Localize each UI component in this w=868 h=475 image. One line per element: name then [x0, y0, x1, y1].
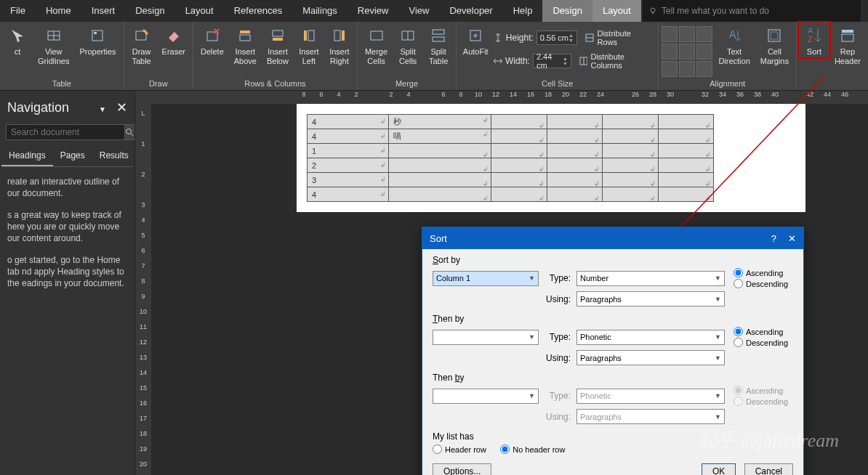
- sort-by-column-combo[interactable]: Column 1▼: [433, 271, 539, 286]
- merge-cells-button[interactable]: Merge Cells: [361, 23, 392, 66]
- distribute-cols-button[interactable]: Distribute Columns: [574, 51, 655, 71]
- cell-margins-button[interactable]: Cell Margins: [756, 23, 793, 66]
- then-by-2-using-combo[interactable]: Paragraphs▼: [576, 409, 725, 424]
- table-cell[interactable]: [491, 158, 547, 173]
- nav-tab-results[interactable]: Results: [92, 146, 135, 166]
- align-tc[interactable]: [679, 26, 695, 42]
- tell-me-search[interactable]: Tell me what you want to do: [643, 0, 861, 22]
- repeat-header-button[interactable]: Rep Header: [830, 23, 865, 66]
- align-tl[interactable]: [662, 26, 678, 42]
- table-cell[interactable]: [389, 187, 491, 202]
- align-ml[interactable]: [662, 44, 678, 60]
- table-cell[interactable]: [658, 187, 713, 202]
- nav-search-input[interactable]: [6, 124, 125, 140]
- select-button[interactable]: ct: [3, 23, 32, 57]
- delete-button[interactable]: Delete: [196, 23, 228, 57]
- table-cell[interactable]: [547, 173, 602, 187]
- sort-by-desc-radio[interactable]: Descending: [734, 279, 788, 288]
- align-mr[interactable]: [696, 44, 712, 60]
- distribute-rows-button[interactable]: Distribute Rows: [580, 28, 655, 48]
- then-by-1-type-combo[interactable]: Phonetic▼: [576, 330, 725, 345]
- then-by-1-column-combo[interactable]: ▼: [433, 330, 539, 345]
- nav-dropdown-icon[interactable]: ▼: [99, 105, 106, 113]
- table-cell[interactable]: 3: [308, 173, 389, 187]
- table-cell[interactable]: [389, 158, 491, 173]
- tab-mailings[interactable]: Mailings: [292, 0, 347, 22]
- document-table[interactable]: 4秒4喵1234: [307, 114, 714, 202]
- table-cell[interactable]: [491, 115, 547, 129]
- split-cells-button[interactable]: Split Cells: [393, 23, 422, 66]
- autofit-button[interactable]: AutoFit: [459, 23, 491, 57]
- nav-tab-headings[interactable]: Headings: [1, 146, 53, 166]
- tab-references[interactable]: References: [224, 0, 292, 22]
- table-cell[interactable]: [603, 129, 658, 144]
- dialog-help-icon[interactable]: ?: [771, 233, 776, 244]
- tab-review[interactable]: Review: [347, 0, 399, 22]
- table-cell[interactable]: [603, 158, 658, 173]
- ok-button[interactable]: OK: [702, 463, 736, 475]
- nav-close-icon[interactable]: ✕: [116, 100, 127, 115]
- width-input[interactable]: 2.44 cm▲▼: [533, 54, 571, 68]
- table-cell[interactable]: 秒: [389, 115, 491, 129]
- table-cell[interactable]: [658, 129, 713, 144]
- table-cell[interactable]: 4: [308, 115, 389, 129]
- tab-view[interactable]: View: [398, 0, 439, 22]
- align-bc[interactable]: [679, 61, 695, 77]
- split-table-button[interactable]: Split Table: [424, 23, 453, 66]
- table-cell[interactable]: [603, 187, 658, 202]
- then-by-1-asc-radio[interactable]: Ascending: [734, 327, 788, 336]
- table-cell[interactable]: [658, 144, 713, 158]
- tab-table-design[interactable]: Design: [542, 0, 592, 22]
- options-button[interactable]: Options...: [433, 463, 491, 475]
- tab-help[interactable]: Help: [503, 0, 543, 22]
- insert-left-button[interactable]: Insert Left: [294, 23, 324, 66]
- table-cell[interactable]: 4: [308, 187, 389, 202]
- table-cell[interactable]: [547, 158, 602, 173]
- nav-search-button[interactable]: ▾: [125, 124, 135, 140]
- insert-above-button[interactable]: Insert Above: [230, 23, 261, 66]
- dialog-close-icon[interactable]: ✕: [788, 233, 796, 244]
- text-direction-button[interactable]: AText Direction: [714, 23, 754, 66]
- table-cell[interactable]: [389, 173, 491, 187]
- insert-below-button[interactable]: Insert Below: [262, 23, 293, 66]
- align-tr[interactable]: [696, 26, 712, 42]
- align-bl[interactable]: [662, 61, 678, 77]
- table-cell[interactable]: 4: [308, 129, 389, 144]
- draw-table-button[interactable]: Draw Table: [127, 23, 156, 66]
- sort-by-type-combo[interactable]: Number▼: [576, 271, 725, 286]
- table-cell[interactable]: [547, 144, 602, 158]
- sort-button[interactable]: AZSort: [800, 23, 829, 57]
- table-cell[interactable]: [547, 187, 602, 202]
- cancel-button[interactable]: Cancel: [744, 463, 793, 475]
- table-cell[interactable]: [658, 158, 713, 173]
- tab-developer[interactable]: Developer: [439, 0, 502, 22]
- then-by-1-using-combo[interactable]: Paragraphs▼: [576, 350, 725, 365]
- table-cell[interactable]: [491, 144, 547, 158]
- tab-table-layout[interactable]: Layout: [592, 0, 641, 22]
- tab-design[interactable]: Design: [125, 0, 174, 22]
- tab-file[interactable]: File: [0, 0, 36, 22]
- header-row-radio[interactable]: Header row: [433, 444, 486, 454]
- sort-by-asc-radio[interactable]: Ascending: [734, 268, 788, 277]
- tab-insert[interactable]: Insert: [81, 0, 126, 22]
- view-gridlines-button[interactable]: View Gridlines: [33, 23, 73, 66]
- table-cell[interactable]: [547, 129, 602, 144]
- table-cell[interactable]: [658, 115, 713, 129]
- nav-tab-pages[interactable]: Pages: [53, 146, 92, 166]
- align-br[interactable]: [696, 61, 712, 77]
- then-by-2-column-combo[interactable]: ▼: [433, 389, 539, 404]
- table-cell[interactable]: [491, 187, 547, 202]
- table-cell[interactable]: [491, 129, 547, 144]
- then-by-2-type-combo[interactable]: Phonetic▼: [576, 389, 725, 404]
- align-mc[interactable]: [679, 44, 695, 60]
- table-cell[interactable]: [603, 115, 658, 129]
- height-input[interactable]: 0.56 cm▲▼: [537, 31, 577, 45]
- dialog-title-bar[interactable]: Sort ?✕: [422, 227, 803, 249]
- then-by-1-desc-radio[interactable]: Descending: [734, 338, 788, 347]
- properties-button[interactable]: Properties: [75, 23, 120, 57]
- eraser-button[interactable]: Eraser: [158, 23, 190, 57]
- table-cell[interactable]: 喵: [389, 129, 491, 144]
- tab-home[interactable]: Home: [36, 0, 81, 22]
- insert-right-button[interactable]: Insert Right: [325, 23, 354, 66]
- table-cell[interactable]: [389, 144, 491, 158]
